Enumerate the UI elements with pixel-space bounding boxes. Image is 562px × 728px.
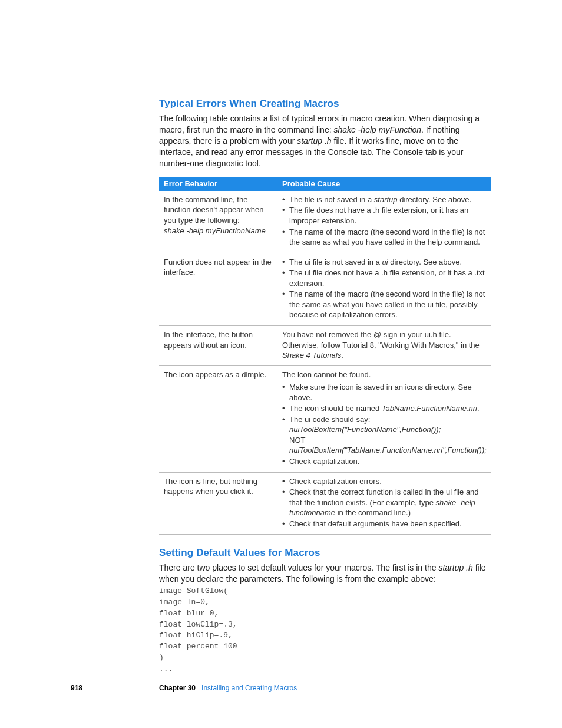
table-row: In the interface, the buttonappears with…	[159, 325, 491, 365]
bullet-italic: nuiToolBoxItem("FunctionName",Function()…	[289, 425, 441, 434]
chapter-title: Installing and Creating Macros	[201, 684, 297, 692]
errors-table: Error Behavior Probable Cause In the com…	[159, 177, 491, 535]
bullet-item: The name of the macro (the second word i…	[282, 227, 487, 248]
bullet-item: Make sure the icon is saved in an icons …	[282, 382, 487, 403]
error-behavior-cell: The icon appears as a dimple.	[159, 365, 277, 472]
intro-paragraph-2: There are two places to set default valu…	[159, 562, 491, 585]
bullet-item: The file does not have a .h file extensi…	[282, 205, 487, 226]
intro-command: shake -help myFunction	[333, 125, 421, 134]
cause-italic: Shake 4 Tutorials	[282, 351, 341, 360]
bullet-italic: TabName.FunctionName.nri	[382, 404, 477, 413]
bullet-item: The file is not saved in a startup direc…	[282, 195, 487, 205]
margin-rule	[78, 688, 78, 721]
bullet-item: The ui file does not have a .h file exte…	[282, 268, 487, 288]
bullet-italic: shake -help functionname	[289, 498, 475, 518]
probable-cause-cell: The file is not saved in a startup direc…	[277, 191, 491, 253]
bullet-italic: startup	[374, 195, 398, 204]
probable-cause-cell: Check capitalization errors.Check that t…	[277, 472, 491, 535]
error-behavior-cell: Function does not appear in theinterface…	[159, 253, 277, 325]
bullet-item: The name of the macro (the second word i…	[282, 289, 487, 320]
cause-bullets: Check capitalization errors.Check that t…	[282, 476, 487, 529]
probable-cause-cell: You have not removed the @ sign in your …	[277, 325, 491, 365]
cause-bullets: The ui file is not saved in a ui directo…	[282, 257, 487, 320]
table-row: The icon is fine, but nothinghappens whe…	[159, 472, 491, 535]
bullet-item: Check capitalization.	[282, 456, 487, 467]
bullet-item: Check capitalization errors.	[282, 476, 487, 487]
intro-file: startup .h	[297, 136, 331, 146]
page-content: Typical Errors When Creating Macros The …	[0, 0, 562, 675]
code-block: image SoftGlow( image In=0, float blur=0…	[159, 586, 491, 675]
bullet-italic: ui	[382, 258, 388, 266]
error-behavior-cell: In the command line, thefunction doesn't…	[159, 191, 277, 253]
intro-paragraph-1: The following table contains a list of t…	[159, 113, 491, 169]
bullet-item: The ui code should say:nuiToolBoxItem("F…	[282, 414, 487, 456]
cause-lead: The icon cannot be found.	[282, 370, 487, 380]
chapter-label: Chapter 30	[159, 684, 196, 692]
cause-bullets: The file is not saved in a startup direc…	[282, 195, 487, 248]
behavior-italic: shake -help myFunctionName	[164, 226, 266, 235]
probable-cause-cell: The icon cannot be found.Make sure the i…	[277, 365, 491, 472]
table-row: Function does not appear in theinterface…	[159, 253, 491, 325]
table-header-row: Error Behavior Probable Cause	[159, 177, 491, 191]
heading-default-values: Setting Default Values for Macros	[159, 546, 491, 560]
cause-bullets: Make sure the icon is saved in an icons …	[282, 382, 487, 466]
intro-file: startup .h	[438, 563, 472, 572]
intro-text: There are two places to set default valu…	[159, 563, 438, 572]
bullet-item: The icon should be named TabName.Functio…	[282, 403, 487, 414]
bullet-item: Check that the correct function is calle…	[282, 487, 487, 518]
col-header-behavior: Error Behavior	[159, 177, 277, 191]
bullet-italic: nuiToolBoxItem("TabName.FunctionName.nri…	[289, 446, 487, 454]
bullet-item: The ui file is not saved in a ui directo…	[282, 257, 487, 268]
heading-typical-errors: Typical Errors When Creating Macros	[159, 97, 491, 111]
error-behavior-cell: In the interface, the buttonappears with…	[159, 325, 277, 365]
table-row: The icon appears as a dimple.The icon ca…	[159, 365, 491, 472]
bullet-item: Check that default arguments have been s…	[282, 519, 487, 529]
probable-cause-cell: The ui file is not saved in a ui directo…	[277, 253, 491, 325]
col-header-cause: Probable Cause	[277, 177, 491, 191]
page-number: 918	[71, 683, 92, 693]
table-row: In the command line, thefunction doesn't…	[159, 191, 491, 253]
error-behavior-cell: The icon is fine, but nothinghappens whe…	[159, 472, 277, 535]
page-footer: 918 Chapter 30 Installing and Creating M…	[71, 683, 491, 693]
